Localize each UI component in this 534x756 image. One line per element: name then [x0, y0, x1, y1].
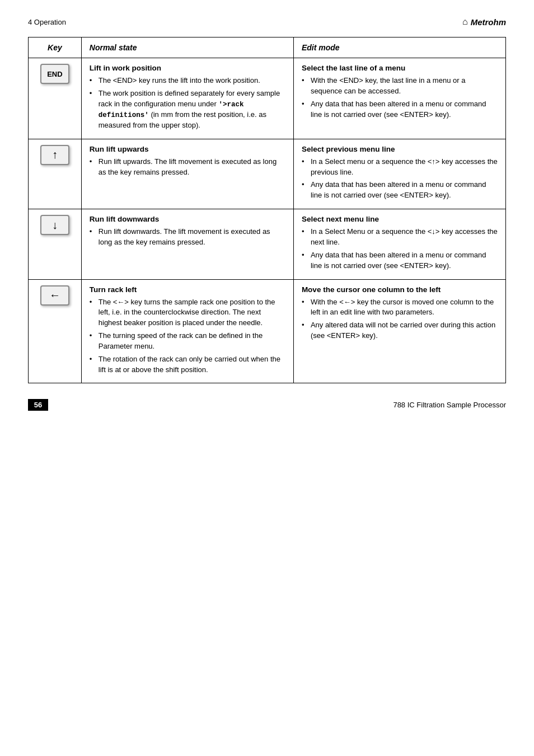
- down-key-label: ↓: [52, 219, 58, 232]
- normal-bullets-down: Run lift downwards. The lift movement is…: [90, 227, 285, 248]
- edit-cell-end: Select the last line of a menu With the …: [293, 58, 505, 139]
- edit-title-down: Select next menu line: [302, 215, 498, 223]
- list-item: Any altered data will not be carried ove…: [302, 320, 498, 341]
- edit-title-left: Move the cursor one column to the left: [302, 285, 498, 294]
- edit-bullets-left: With the <←> key the cursor is moved one…: [302, 297, 498, 341]
- edit-bullets-down: In a Select Menu or a sequence the <↓> k…: [302, 227, 498, 271]
- header-section: 4 Operation: [28, 18, 66, 26]
- code-span: '>rack definitions': [99, 101, 244, 119]
- normal-bullets-end: The <END> key runs the lift into the wor…: [90, 76, 285, 131]
- page-number: 56: [28, 399, 48, 411]
- logo-icon: ⌂: [462, 17, 468, 27]
- col-header-edit: Edit mode: [293, 37, 505, 58]
- normal-title-up: Run lift upwards: [90, 145, 285, 153]
- list-item: The rotation of the rack can only be car…: [90, 354, 285, 375]
- edit-cell-left: Move the cursor one column to the left W…: [293, 279, 505, 383]
- list-item: Run lift upwards. The lift movement is e…: [90, 157, 285, 178]
- down-key-button: ↓: [40, 215, 69, 235]
- list-item: In a Select menu or a sequence the <↑> k…: [302, 157, 498, 178]
- page: 4 Operation ⌂ Metrohm Key Normal state E…: [0, 0, 534, 756]
- up-key-button: ↑: [40, 145, 69, 165]
- edit-cell-up: Select previous menu line In a Select me…: [293, 139, 505, 209]
- normal-cell-left: Turn rack left The <←> key turns the sam…: [81, 279, 293, 383]
- list-item: Any data that has been altered in a menu…: [302, 250, 498, 271]
- list-item: The <←> key turns the sample rack one po…: [90, 297, 285, 329]
- table-row: ← Turn rack left The <←> key turns the s…: [29, 279, 506, 383]
- list-item: With the <←> key the cursor is moved one…: [302, 297, 498, 318]
- end-key-button: END: [40, 64, 69, 84]
- list-item: Any data that has been altered in a menu…: [302, 180, 498, 201]
- col-header-normal: Normal state: [81, 37, 293, 58]
- up-key-label: ↑: [52, 148, 58, 161]
- normal-bullets-left: The <←> key turns the sample rack one po…: [90, 297, 285, 375]
- normal-bullets-up: Run lift upwards. The lift movement is e…: [90, 157, 285, 178]
- footer-product-name: 788 IC Filtration Sample Processor: [393, 401, 506, 409]
- normal-title-left: Turn rack left: [90, 285, 285, 294]
- table-row: ↓ Run lift downwards Run lift downwards.…: [29, 209, 506, 279]
- normal-cell-up: Run lift upwards Run lift upwards. The l…: [81, 139, 293, 209]
- edit-title-up: Select previous menu line: [302, 145, 498, 153]
- list-item: Run lift downwards. The lift movement is…: [90, 227, 285, 248]
- edit-title-end: Select the last line of a menu: [302, 64, 498, 72]
- page-footer: 56 788 IC Filtration Sample Processor: [28, 399, 506, 411]
- key-cell-down: ↓: [29, 209, 82, 279]
- list-item: In a Select Menu or a sequence the <↓> k…: [302, 227, 498, 248]
- edit-cell-down: Select next menu line In a Select Menu o…: [293, 209, 505, 279]
- left-key-button: ←: [40, 285, 69, 306]
- main-table: Key Normal state Edit mode END Lift in w…: [28, 37, 506, 383]
- table-row: END Lift in work position The <END> key …: [29, 58, 506, 139]
- table-row: ↑ Run lift upwards Run lift upwards. The…: [29, 139, 506, 209]
- logo-text: Metrohm: [471, 17, 506, 27]
- list-item: With the <END> key, the last line in a m…: [302, 76, 498, 97]
- normal-title-down: Run lift downwards: [90, 215, 285, 223]
- edit-bullets-end: With the <END> key, the last line in a m…: [302, 76, 498, 120]
- list-item: The <END> key runs the lift into the wor…: [90, 76, 285, 86]
- key-cell-up: ↑: [29, 139, 82, 209]
- page-header: 4 Operation ⌂ Metrohm: [28, 17, 506, 27]
- left-key-label: ←: [49, 289, 60, 302]
- metrohm-logo: ⌂ Metrohm: [462, 17, 506, 27]
- normal-title-end: Lift in work position: [90, 64, 285, 72]
- list-item: The work position is defined separately …: [90, 88, 285, 131]
- edit-bullets-up: In a Select menu or a sequence the <↑> k…: [302, 157, 498, 201]
- end-key-label: END: [47, 70, 62, 78]
- table-header-row: Key Normal state Edit mode: [29, 37, 506, 58]
- list-item: Any data that has been altered in a menu…: [302, 99, 498, 120]
- normal-cell-end: Lift in work position The <END> key runs…: [81, 58, 293, 139]
- list-item: The turning speed of the rack can be def…: [90, 331, 285, 352]
- normal-cell-down: Run lift downwards Run lift downwards. T…: [81, 209, 293, 279]
- col-header-key: Key: [29, 37, 82, 58]
- key-cell-left: ←: [29, 279, 82, 383]
- key-cell-end: END: [29, 58, 82, 139]
